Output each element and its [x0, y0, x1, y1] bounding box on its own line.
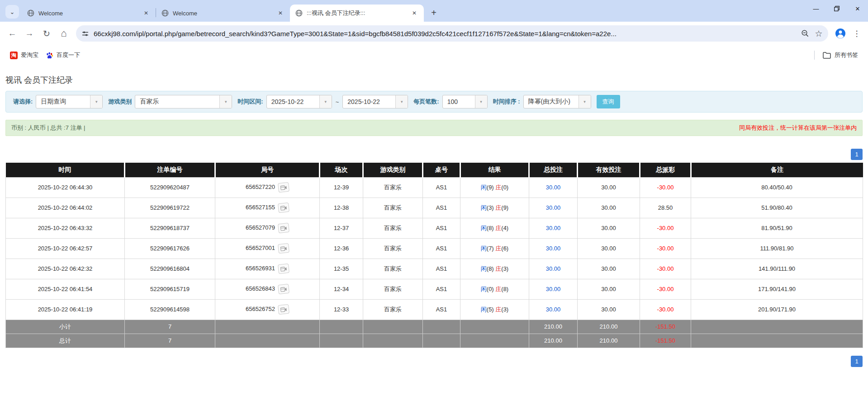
result-cell: 闲(8) 庄(3): [460, 259, 529, 279]
header-bet-id: 注单编号: [125, 163, 215, 177]
restore-button[interactable]: [826, 0, 847, 17]
url-bar[interactable]: 66cxkj98.com/ipl/portal.php/game/betreco…: [76, 25, 828, 42]
tab-title: :::视讯 会员下注纪录:::: [307, 9, 406, 17]
banker-result: 庄: [495, 265, 501, 272]
tab-title: Welcome: [173, 10, 272, 17]
table-row: 2025-10-22 06:41:54 522909615719 6565268…: [6, 279, 863, 299]
window-controls: — ✕: [806, 0, 868, 17]
total-bet-link[interactable]: 30.00: [529, 259, 578, 279]
video-replay-icon[interactable]: [278, 202, 289, 213]
empty-cell: [363, 320, 423, 334]
bookmark-baidu[interactable]: 百度一下: [42, 49, 84, 61]
video-replay-icon[interactable]: [278, 304, 289, 315]
table-row: 2025-10-22 06:44:30 522909620487 6565272…: [6, 177, 863, 198]
reload-icon[interactable]: ↻: [39, 26, 54, 41]
sort-select[interactable]: 降幂(由大到小) ▾: [523, 95, 591, 108]
home-icon[interactable]: ⌂: [56, 26, 71, 41]
note-cell: 80.40/50.40: [691, 177, 863, 198]
tab-betrecord-active[interactable]: :::视讯 会员下注纪录::: ✕: [290, 5, 424, 22]
back-icon[interactable]: ←: [5, 26, 20, 41]
header-result: 结果: [460, 163, 529, 177]
payout-cell: -30.00: [640, 177, 691, 198]
banker-score: (6): [501, 245, 508, 252]
game-type-label: 游戏类别: [108, 98, 132, 106]
page-size-value: 100: [443, 95, 475, 108]
subtotal-label: 小计: [6, 320, 125, 334]
info-notice: 同局有效投注，统一计算在该局第一张注单内: [739, 124, 857, 132]
page-size-select[interactable]: 100 ▾: [442, 95, 488, 108]
total-bet-link[interactable]: 30.00: [529, 198, 578, 218]
round-cell: 656526843: [215, 279, 320, 299]
player-score: (0): [487, 286, 494, 292]
round-cell: 656527220: [215, 177, 320, 198]
banker-result: 庄: [495, 286, 501, 292]
table-row: 2025-10-22 06:42:57 522909617626 6565270…: [6, 238, 863, 259]
time-cell: 2025-10-22 06:41:54: [6, 279, 125, 299]
banker-score: (0): [501, 184, 508, 191]
bookmark-aitaobao[interactable]: 淘 爱淘宝: [6, 49, 42, 61]
site-info-icon[interactable]: [81, 30, 89, 38]
time-cell: 2025-10-22 06:44:02: [6, 198, 125, 218]
video-replay-icon[interactable]: [278, 182, 289, 193]
round-id: 656526931: [246, 265, 275, 272]
total-bet-link[interactable]: 30.00: [529, 299, 578, 320]
table-no-cell: AS1: [423, 238, 460, 259]
video-replay-icon[interactable]: [278, 243, 289, 254]
close-window-button[interactable]: ✕: [847, 0, 868, 17]
header-time: 时间: [6, 163, 125, 177]
tab-welcome-2[interactable]: Welcome ✕: [156, 5, 290, 22]
bookmark-star-icon[interactable]: ☆: [812, 27, 825, 40]
new-tab-button[interactable]: +: [427, 6, 440, 19]
menu-kebab-icon[interactable]: ⋮: [850, 26, 863, 41]
sort-label: 时间排序 :: [493, 98, 520, 106]
subtotal-row: 小计 7 210.00 210.00 -151.50: [6, 320, 863, 334]
page-1-button[interactable]: 1: [851, 149, 863, 160]
header-note: 备注: [691, 163, 863, 177]
all-bookmarks-button[interactable]: 所有书签: [819, 49, 862, 61]
select-label: 请选择:: [13, 98, 33, 106]
search-button[interactable]: 查询: [597, 95, 620, 108]
game-type-select[interactable]: 百家乐 ▾: [135, 95, 232, 108]
minimize-button[interactable]: —: [806, 0, 826, 17]
banker-score: (3): [501, 306, 508, 313]
total-row: 总计 7 210.00 210.00 -151.50: [6, 334, 863, 348]
session-cell: 12-38: [320, 198, 363, 218]
page-1-button[interactable]: 1: [851, 356, 863, 367]
date-range-label: 时间区间:: [237, 98, 263, 106]
valid-bet-cell: 30.00: [578, 218, 640, 238]
player-result: 闲: [481, 225, 487, 231]
bet-records-table: 时间 注单编号 局号 场次 游戏类别 桌号 结果 总投注 有效投注 总派彩 备注…: [5, 163, 863, 348]
header-total-bet: 总投注: [529, 163, 578, 177]
video-replay-icon[interactable]: [278, 223, 289, 233]
tab-welcome-1[interactable]: Welcome ✕: [22, 5, 156, 22]
date-to-select[interactable]: 2025-10-22 ▾: [342, 95, 408, 108]
profile-avatar-icon[interactable]: [833, 26, 848, 41]
query-type-select[interactable]: 日期查询 ▾: [36, 95, 103, 108]
total-bet-link[interactable]: 30.00: [529, 279, 578, 299]
close-icon[interactable]: ✕: [142, 9, 150, 17]
total-bet-link[interactable]: 30.00: [529, 177, 578, 198]
filter-bar: 请选择: 日期查询 ▾ 游戏类别 百家乐 ▾ 时间区间: 2025-10-22 …: [5, 91, 863, 113]
page-content: 视讯 会员下注纪录 请选择: 日期查询 ▾ 游戏类别 百家乐 ▾ 时间区间: 2…: [0, 75, 868, 367]
close-icon[interactable]: ✕: [410, 9, 418, 17]
header-round: 局号: [215, 163, 320, 177]
game-type-cell: 百家乐: [363, 218, 423, 238]
table-row: 2025-10-22 06:44:02 522909619722 6565271…: [6, 198, 863, 218]
total-bet-link[interactable]: 30.00: [529, 238, 578, 259]
close-icon[interactable]: ✕: [276, 9, 285, 17]
total-bet-link[interactable]: 30.00: [529, 218, 578, 238]
tab-title: Welcome: [38, 10, 138, 17]
total-payout: -151.50: [640, 334, 691, 348]
video-replay-icon[interactable]: [278, 264, 289, 274]
zoom-out-icon[interactable]: [798, 27, 812, 40]
video-replay-icon[interactable]: [278, 284, 289, 294]
session-cell: 12-39: [320, 177, 363, 198]
time-cell: 2025-10-22 06:42:57: [6, 238, 125, 259]
tab-search-button[interactable]: ⌄: [5, 5, 19, 19]
note-cell: 171.90/141.90: [691, 279, 863, 299]
round-id: 656527220: [246, 184, 275, 190]
game-type-cell: 百家乐: [363, 177, 423, 198]
date-from-select[interactable]: 2025-10-22 ▾: [266, 95, 332, 108]
table-no-cell: AS1: [423, 279, 460, 299]
forward-icon[interactable]: →: [22, 26, 37, 41]
